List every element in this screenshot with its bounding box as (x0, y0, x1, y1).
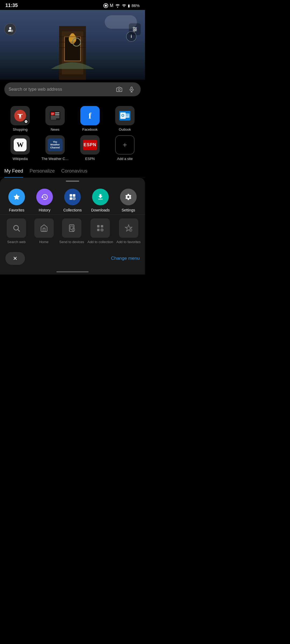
shopping-badge (23, 119, 29, 124)
add-to-favorites-button[interactable]: Add to favorites (116, 218, 140, 244)
svg-rect-31 (51, 114, 54, 114)
quick-link-wikipedia[interactable]: W Wikipedia (4, 135, 36, 161)
svg-point-47 (14, 225, 19, 230)
search-bar-container: Search or type web address (0, 80, 145, 101)
favorites-button[interactable]: Favorites (5, 189, 29, 212)
collections-button[interactable]: Collections (60, 189, 85, 212)
svg-text:O: O (121, 113, 124, 118)
tab-myfeed[interactable]: My Feed (4, 168, 23, 178)
downloads-button[interactable]: Downloads (88, 189, 113, 212)
quick-link-news[interactable]: News (39, 106, 71, 132)
home-button[interactable]: Home (32, 218, 56, 244)
hero-area: i (0, 10, 145, 80)
camera-search-button[interactable] (114, 85, 124, 94)
settings-icon-bg (120, 189, 137, 205)
send-to-devices-label: Send to devices (59, 240, 84, 244)
menu-main-row: Favorites History (0, 186, 145, 214)
feed-tabs: My Feed Personalize Coronavirus (0, 164, 145, 178)
battery-percent: 86% (132, 3, 140, 8)
search-web-icon (7, 218, 26, 238)
close-icon: ✕ (13, 255, 17, 262)
svg-rect-30 (51, 113, 54, 114)
svg-rect-38 (126, 115, 129, 115)
search-placeholder: Search or type web address (9, 87, 112, 92)
search-web-label: Search web (7, 240, 26, 244)
svg-rect-20 (131, 87, 132, 90)
tab-coronavirus[interactable]: Coronavirus (61, 168, 87, 178)
settings-button[interactable]: Settings (116, 189, 140, 212)
svg-rect-26 (55, 114, 59, 115)
add-to-collection-label: Add to collection (88, 240, 113, 244)
status-bar: 11:35 M ▮ 86% (0, 0, 145, 10)
svg-point-19 (118, 89, 120, 90)
quick-link-espn-label: ESPN (85, 157, 95, 161)
menu-secondary-row: Search web Home Send to d (0, 214, 145, 249)
wifi-icon (115, 3, 120, 8)
history-button[interactable]: History (32, 189, 57, 212)
mail-icon: M (110, 3, 113, 8)
svg-rect-54 (97, 225, 100, 228)
profile-button[interactable] (4, 23, 16, 35)
svg-rect-29 (51, 119, 56, 119)
quick-link-add-site[interactable]: + Add a site (109, 135, 141, 161)
drag-handle[interactable] (66, 181, 79, 182)
quick-link-outlook[interactable]: O Outlook (109, 106, 141, 132)
bottom-menu-overlay: Favorites History (0, 178, 145, 275)
home-indicator (0, 270, 145, 275)
svg-rect-39 (126, 116, 128, 116)
add-to-favorites-icon (119, 218, 138, 238)
send-to-devices-button[interactable]: Send to devices (59, 218, 84, 244)
quick-link-facebook-label: Facebook (82, 127, 97, 132)
mic-button[interactable] (127, 85, 136, 94)
history-label: History (39, 208, 50, 212)
svg-point-17 (135, 29, 136, 30)
svg-rect-41 (73, 194, 75, 196)
favorites-label: Favorites (9, 208, 24, 212)
send-to-devices-icon (62, 218, 81, 238)
battery-icon: ▮ (128, 3, 130, 8)
signal-icon (122, 3, 126, 8)
browser-header: i (0, 23, 145, 58)
info-button[interactable]: i (126, 31, 136, 42)
add-to-collection-button[interactable]: Add to collection (88, 218, 113, 244)
home-label: Home (39, 240, 49, 244)
svg-line-48 (18, 229, 20, 231)
quick-link-weather-label: The Weather C… (42, 157, 69, 161)
quick-link-shopping[interactable]: Shopping (4, 106, 36, 132)
quick-links-grid: Shopping News (4, 106, 141, 161)
svg-rect-40 (70, 194, 72, 196)
status-time: 11:35 (5, 3, 18, 8)
tab-personalize[interactable]: Personalize (30, 168, 55, 178)
svg-rect-42 (70, 197, 72, 200)
home-icon (34, 218, 54, 238)
quick-links-section: Shopping News (0, 101, 145, 164)
favorites-icon-bg (8, 189, 25, 205)
svg-point-18 (134, 30, 135, 31)
quick-link-add-site-label: Add a site (117, 157, 133, 161)
close-button[interactable]: ✕ (5, 252, 25, 265)
svg-point-16 (133, 27, 135, 28)
recording-icon (103, 3, 108, 8)
search-web-button[interactable]: Search web (4, 218, 28, 244)
quick-link-outlook-label: Outlook (119, 127, 131, 132)
svg-rect-32 (51, 115, 53, 115)
bottom-bar: ✕ Change menu (0, 249, 145, 270)
add-to-favorites-label: Add to favorites (116, 240, 140, 244)
search-bar[interactable]: Search or type web address (4, 82, 141, 96)
quick-link-facebook[interactable]: f Facebook (74, 106, 106, 132)
collections-icon-bg (64, 189, 81, 205)
downloads-icon-bg (92, 189, 109, 205)
svg-rect-56 (97, 229, 100, 231)
svg-rect-37 (126, 114, 129, 115)
svg-rect-27 (51, 116, 59, 117)
quick-link-espn[interactable]: ESPN ESPN (74, 135, 106, 161)
quick-link-news-label: News (51, 127, 60, 132)
history-icon-bg (36, 189, 53, 205)
change-menu-button[interactable]: Change menu (111, 256, 140, 261)
add-to-collection-icon (90, 218, 110, 238)
svg-rect-25 (55, 112, 59, 114)
quick-link-weather[interactable]: TheWeatherChannel The Weather C… (39, 135, 71, 161)
quick-link-shopping-label: Shopping (13, 127, 28, 132)
collections-label: Collections (63, 208, 82, 212)
svg-rect-55 (101, 225, 103, 228)
